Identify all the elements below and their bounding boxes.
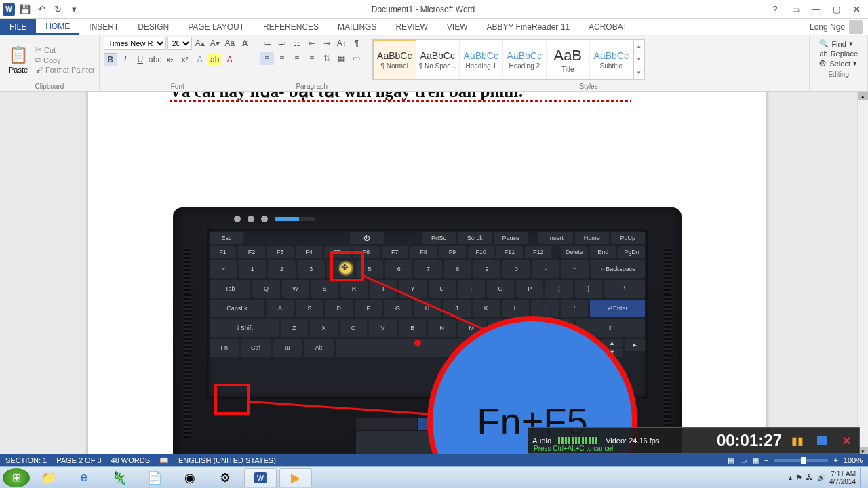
justify-icon[interactable]: ≡ xyxy=(305,52,319,65)
line-spacing-icon[interactable]: ⇅ xyxy=(320,52,334,65)
multilevel-icon[interactable]: ⚏ xyxy=(290,37,304,50)
bullets-icon[interactable]: ≔ xyxy=(260,37,274,50)
taskbar-utility[interactable]: ⚙ xyxy=(209,468,241,487)
tray-flag-icon[interactable]: ⚑ xyxy=(796,474,802,481)
italic-button[interactable]: I xyxy=(119,53,132,66)
gallery-more-icon[interactable]: ▾ xyxy=(634,66,644,79)
style-heading1[interactable]: AaBbCcHeading 1 xyxy=(460,40,503,79)
zoom-level[interactable]: 100% xyxy=(844,456,863,464)
tab-home[interactable]: HOME xyxy=(36,19,79,35)
copy-button[interactable]: ⧉Copy xyxy=(35,56,95,64)
zoom-in-icon[interactable]: + xyxy=(833,456,837,464)
style-heading2[interactable]: AaBbCcHeading 2 xyxy=(503,40,547,79)
taskbar-foxit[interactable]: 📄 xyxy=(138,468,171,487)
font-color-icon[interactable]: A xyxy=(223,53,237,66)
recorder-stop-button[interactable] xyxy=(813,432,831,449)
tab-file[interactable]: FILE xyxy=(0,19,36,35)
cut-button[interactable]: ✂Cut xyxy=(35,45,95,54)
replace-button[interactable]: abReplace xyxy=(819,49,858,58)
bold-button[interactable]: B xyxy=(104,53,117,66)
paste-button[interactable]: 📋 Paste xyxy=(4,45,33,74)
gallery-down-icon[interactable]: ▾ xyxy=(634,53,644,66)
gallery-up-icon[interactable]: ▴ xyxy=(634,40,644,53)
styles-gallery[interactable]: AaBbCc¶ Normal AaBbCc¶ No Spac... AaBbCc… xyxy=(372,39,645,80)
status-page[interactable]: PAGE 2 OF 3 xyxy=(56,456,101,464)
tray-volume-icon[interactable]: 🔊 xyxy=(817,474,825,481)
borders-icon[interactable]: ▭ xyxy=(350,52,363,65)
align-left-icon[interactable]: ≡ xyxy=(260,52,274,65)
indent-increase-icon[interactable]: ⇥ xyxy=(320,37,334,50)
help-icon[interactable]: ? xyxy=(766,3,784,16)
taskbar-ie[interactable]: e xyxy=(68,468,100,487)
style-no-spacing[interactable]: AaBbCc¶ No Spac... xyxy=(416,40,460,79)
tab-acrobat[interactable]: ACROBAT xyxy=(579,19,637,35)
view-web-icon[interactable]: ▦ xyxy=(752,456,759,465)
account-name[interactable]: Long Ngo xyxy=(810,22,845,32)
proofing-icon[interactable]: 📖 xyxy=(159,456,169,465)
tray-network-icon[interactable]: 🖧 xyxy=(806,474,813,481)
zoom-out-icon[interactable]: − xyxy=(764,456,768,464)
recorder-close-button[interactable]: ✕ xyxy=(837,432,855,449)
status-section[interactable]: SECTION: 1 xyxy=(5,456,47,464)
undo-icon[interactable]: ↶ xyxy=(35,3,47,16)
taskbar-chrome[interactable]: ◉ xyxy=(174,468,206,487)
tab-design[interactable]: DESIGN xyxy=(128,19,178,35)
redo-icon[interactable]: ↻ xyxy=(52,3,64,16)
change-case-icon[interactable]: Aa xyxy=(223,37,237,50)
subscript-button[interactable]: x₂ xyxy=(163,53,177,66)
indent-decrease-icon[interactable]: ⇤ xyxy=(305,37,319,50)
minimize-icon[interactable]: — xyxy=(807,3,825,16)
system-tray[interactable]: ▴ ⚑ 🖧 🔊 7:11 AM 4/7/2014 xyxy=(789,468,865,487)
shrink-font-icon[interactable]: A▾ xyxy=(208,37,222,50)
scroll-up-icon[interactable]: ▴ xyxy=(858,92,868,100)
tab-page-layout[interactable]: PAGE LAYOUT xyxy=(178,19,254,35)
vertical-scrollbar[interactable]: ▴ ▾ xyxy=(857,92,868,455)
close-icon[interactable]: ✕ xyxy=(848,3,865,16)
tab-review[interactable]: REVIEW xyxy=(386,19,437,35)
style-subtitle[interactable]: AaBbCcSubtitle xyxy=(590,40,633,79)
strike-button[interactable]: abc xyxy=(149,53,162,66)
clear-format-icon[interactable]: A̷ xyxy=(238,37,252,50)
numbering-icon[interactable]: ≕ xyxy=(275,37,289,50)
superscript-button[interactable]: x² xyxy=(178,53,192,66)
style-title[interactable]: AaBTitle xyxy=(547,40,590,79)
maximize-icon[interactable]: ▢ xyxy=(827,3,845,16)
taskbar-mediaplayer[interactable]: ▶ xyxy=(279,468,312,487)
avatar-icon[interactable] xyxy=(849,20,863,34)
format-painter-button[interactable]: 🖌Format Painter xyxy=(35,66,95,74)
show-desktop-button[interactable] xyxy=(860,468,865,487)
tab-insert[interactable]: INSERT xyxy=(79,19,128,35)
save-icon[interactable]: 💾 xyxy=(19,3,31,16)
underline-button[interactable]: U xyxy=(134,53,147,66)
tab-mailings[interactable]: MAILINGS xyxy=(328,19,386,35)
show-marks-icon[interactable]: ¶ xyxy=(350,37,363,50)
tray-overflow-icon[interactable]: ▴ xyxy=(789,474,792,481)
tab-abbyy[interactable]: ABBYY FineReader 11 xyxy=(477,19,579,35)
align-right-icon[interactable]: ≡ xyxy=(290,52,304,65)
recorder-pause-button[interactable]: ▮▮ xyxy=(789,432,806,449)
font-family-select[interactable]: Times New Ro xyxy=(104,37,166,50)
taskbar-word[interactable]: W xyxy=(244,468,277,487)
document-canvas[interactable]: Và cái hay nữa- bật tắt wifi ngay trên b… xyxy=(0,92,868,455)
font-size-select[interactable]: 20 xyxy=(167,37,192,50)
text-effects-icon[interactable]: A xyxy=(193,53,207,66)
tab-references[interactable]: REFERENCES xyxy=(254,19,328,35)
style-normal[interactable]: AaBbCc¶ Normal xyxy=(373,40,416,79)
tab-view[interactable]: VIEW xyxy=(437,19,477,35)
sort-icon[interactable]: A↓ xyxy=(335,37,349,50)
status-words[interactable]: 48 WORDS xyxy=(111,456,150,464)
view-read-icon[interactable]: ▭ xyxy=(740,456,747,465)
taskbar-notepadpp[interactable]: 🦎 xyxy=(103,468,136,487)
shading-icon[interactable]: ▦ xyxy=(335,52,349,65)
align-center-icon[interactable]: ≡ xyxy=(275,52,289,65)
ribbon-options-icon[interactable]: ▭ xyxy=(787,3,804,16)
view-print-icon[interactable]: ▤ xyxy=(728,456,734,465)
status-language[interactable]: ENGLISH (UNITED STATES) xyxy=(178,456,276,464)
grow-font-icon[interactable]: A▴ xyxy=(193,37,207,50)
zoom-slider[interactable] xyxy=(774,459,828,462)
find-button[interactable]: 🔍Find ▾ xyxy=(819,39,858,48)
screen-recorder-overlay[interactable]: Audio Video: 24.16 fps 00:01:27 ▮▮ ✕ Pre… xyxy=(528,427,860,454)
qat-customize-icon[interactable]: ▾ xyxy=(68,3,80,16)
select-button[interactable]: ⭗Select ▾ xyxy=(819,59,858,68)
taskbar-explorer[interactable]: 📁 xyxy=(33,468,65,487)
